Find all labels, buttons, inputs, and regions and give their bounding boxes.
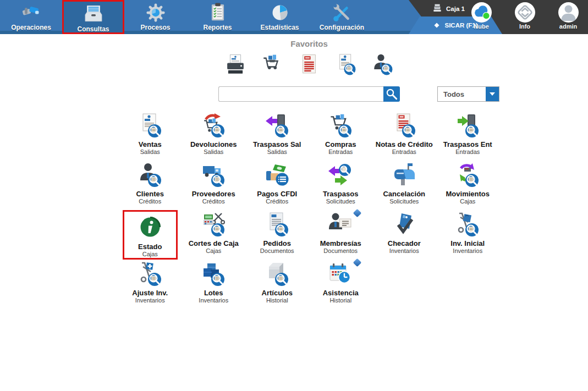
- menu-label: Consultas: [77, 25, 109, 33]
- new-feature-badge: [353, 209, 362, 218]
- grid-item-sublabel: Solicitudes: [312, 198, 369, 205]
- grid-item-label: Estado: [124, 243, 176, 251]
- filter-dropdown[interactable]: Todos: [437, 86, 499, 102]
- grid-item-inv-inicial[interactable]: Inv. Inicial Inventarios: [439, 210, 496, 260]
- grid-item-label: Devoluciones: [185, 140, 242, 148]
- grid-item-sublabel: Documentos: [312, 247, 369, 254]
- cart-icon[interactable]: [261, 53, 284, 76]
- grid-item-ventas[interactable]: Ventas Salidas: [122, 111, 179, 161]
- grid-item-sublabel: Entradas: [376, 148, 433, 155]
- menu-label: Operaciones: [11, 24, 51, 31]
- grid-item-compras[interactable]: Compras Entradas: [312, 111, 369, 161]
- avatar-icon: [558, 2, 579, 23]
- grid-item-sublabel: Solicitudes: [376, 198, 433, 205]
- main-toolbar: Operaciones Consultas Procesos Reportes …: [0, 0, 588, 34]
- info-label: Info: [519, 23, 530, 30]
- grid-item-sublabel: Créditos: [122, 198, 179, 205]
- grid-item-lotes[interactable]: Lotes Inventarios: [185, 260, 242, 309]
- dropdown-arrow-button[interactable]: [486, 87, 499, 101]
- grid-item-label: Inv. Inicial: [439, 239, 496, 247]
- grid-item-estado[interactable]: Estado Cajas: [123, 210, 178, 260]
- grid-item-sublabel: Cajas: [185, 247, 242, 254]
- box-magnify-icon: [264, 261, 290, 288]
- admin-user-button[interactable]: admin: [552, 2, 584, 30]
- grid-item-asistencia[interactable]: Asistencia Historial: [312, 260, 369, 309]
- calendar-clock-icon: [327, 261, 354, 288]
- station-label: Caja 1: [446, 5, 465, 12]
- transfer-in-icon: [454, 113, 481, 139]
- grid-item-sublabel: Cajas: [124, 251, 176, 257]
- info-diamond-icon: [515, 2, 535, 23]
- truck-magnify-icon: [200, 162, 227, 189]
- cycle-magnify-icon: [454, 162, 481, 189]
- cfdi-doc-icon[interactable]: [298, 53, 321, 76]
- person-magnify-icon[interactable]: [371, 53, 394, 76]
- nube-button[interactable]: Nube: [465, 2, 497, 30]
- grid-item-sublabel: Salidas: [122, 148, 179, 155]
- search-icon: [383, 86, 400, 102]
- grid-item-cancelacion[interactable]: Cancelación Solicitudes: [376, 161, 433, 210]
- grid-item-traspasos-sal[interactable]: Traspasos Sal Salidas: [249, 111, 306, 161]
- chevron-down-icon: [490, 92, 495, 96]
- member-card-icon: [327, 212, 354, 238]
- grid-item-checador[interactable]: Checador Inventarios: [376, 210, 433, 260]
- menu-item-estadisticas[interactable]: Estadísticas: [249, 0, 311, 34]
- doc-magnify-icon: [137, 113, 163, 139]
- grid-item-label: Proveedores: [185, 190, 242, 198]
- grid-item-clientes[interactable]: Clientes Créditos: [122, 161, 179, 210]
- payment-cfdi-icon: [264, 162, 290, 189]
- grid-item-label: Traspasos Ent: [439, 140, 496, 148]
- doc-magnify-icon[interactable]: [334, 53, 358, 76]
- cloud-icon: [471, 2, 492, 23]
- grid-item-articulos[interactable]: Artículos Historial: [249, 260, 306, 309]
- search-button[interactable]: [383, 86, 400, 102]
- grid-item-sublabel: Inventarios: [439, 247, 496, 254]
- grid-item-ajuste-inv[interactable]: Ajuste Inv. Inventarios: [122, 260, 179, 309]
- grid-item-label: Clientes: [122, 190, 179, 198]
- diamond-icon: [433, 21, 441, 29]
- grid-item-proveedores[interactable]: Proveedores Créditos: [185, 161, 242, 210]
- grid-item-label: Pagos CFDI: [249, 190, 306, 198]
- favorites-quick-icons: [118, 51, 500, 76]
- pie-chart-icon: [270, 2, 290, 23]
- mailbox-icon: [391, 162, 417, 189]
- grid-item-label: Checador: [376, 239, 433, 247]
- grid-item-traspasos-ent[interactable]: Traspasos Ent Entradas: [439, 111, 496, 161]
- dolly-plus-icon: [137, 261, 163, 288]
- grid-item-membresias[interactable]: Membresías Documentos: [312, 210, 369, 260]
- menu-item-reportes[interactable]: Reportes: [186, 0, 249, 34]
- menu-item-operaciones[interactable]: Operaciones: [0, 0, 62, 34]
- grid-item-label: Notas de Crédito: [376, 140, 433, 148]
- grid-item-sublabel: Inventarios: [376, 247, 433, 254]
- grid-item-notas-de-credito[interactable]: Notas de Crédito Entradas: [376, 111, 433, 161]
- nube-label: Nube: [474, 23, 489, 30]
- new-feature-badge: [353, 258, 362, 267]
- search-input[interactable]: [218, 86, 383, 102]
- doc-list-magnify-icon: [264, 212, 290, 238]
- grid-item-label: Asistencia: [312, 289, 369, 297]
- grid-item-label: Ajuste Inv.: [122, 289, 179, 297]
- tag-check-icon: [391, 212, 417, 238]
- menu-item-procesos[interactable]: Procesos: [124, 0, 186, 34]
- favorites-title: Favoritos: [118, 39, 500, 48]
- printer-icon[interactable]: [224, 53, 247, 76]
- gear-icon: [145, 2, 166, 23]
- grid-item-devoluciones[interactable]: Devoluciones Salidas: [185, 111, 242, 161]
- menu-item-consultas[interactable]: Consultas: [62, 0, 124, 34]
- grid-item-pagos-cfdi[interactable]: Pagos CFDI Créditos: [249, 161, 306, 210]
- grid-item-pedidos[interactable]: Pedidos Documentos: [249, 210, 306, 260]
- cash-register-icon: [432, 3, 443, 14]
- grid-item-sublabel: Entradas: [439, 148, 496, 155]
- station-indicator[interactable]: Caja 1: [432, 3, 465, 14]
- grid-item-traspasos[interactable]: Traspasos Solicitudes: [312, 161, 369, 210]
- menu-label: Configuración: [320, 24, 364, 31]
- menu-item-configuracion[interactable]: Configuración: [311, 0, 373, 34]
- grid-item-movimientos[interactable]: Movimientos Cajas: [439, 161, 496, 210]
- grid-item-cortes-de-caja[interactable]: Cortes de Caja Cajas: [185, 210, 242, 260]
- menu-label: Estadísticas: [260, 24, 299, 31]
- info-button[interactable]: Info: [509, 2, 541, 30]
- arrows-magnify-icon: [327, 162, 354, 189]
- cfdi-doc-magnify-icon: [391, 113, 417, 139]
- person-magnify-icon: [137, 162, 163, 189]
- grid-item-label: Membresías: [312, 239, 369, 247]
